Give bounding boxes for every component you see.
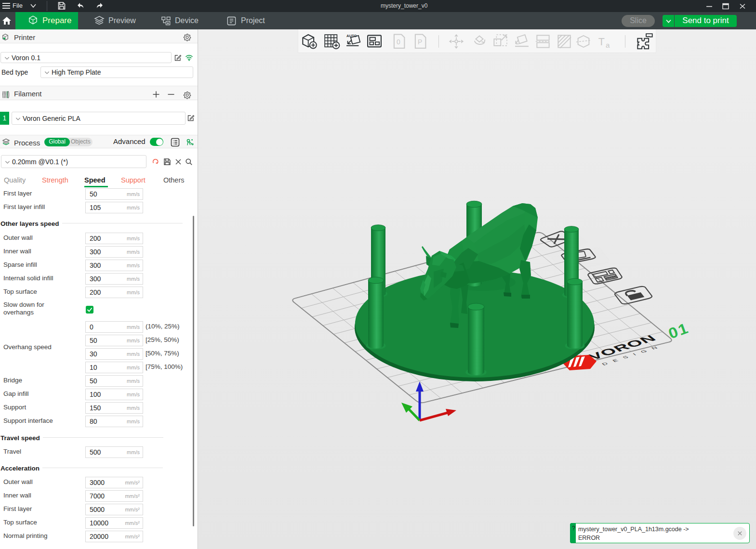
svg-text:01: 01 bbox=[666, 320, 691, 342]
svg-text:0: 0 bbox=[397, 38, 400, 46]
svg-text:a: a bbox=[606, 41, 610, 49]
svg-text:P: P bbox=[418, 38, 422, 46]
svg-text:T: T bbox=[598, 36, 605, 48]
